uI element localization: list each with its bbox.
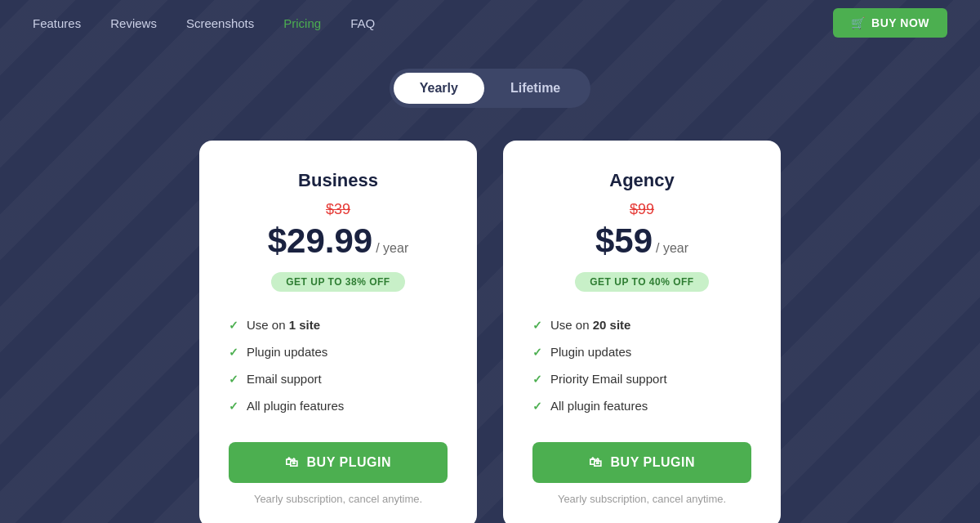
check-icon: ✓	[229, 319, 238, 332]
check-icon: ✓	[229, 346, 238, 359]
agency-price: $59	[595, 221, 653, 261]
feature-text: Email support	[247, 372, 322, 386]
agency-cancel-note: Yearly subscription, cancel anytime.	[558, 493, 726, 505]
business-cancel-note: Yearly subscription, cancel anytime.	[254, 493, 422, 505]
feature-text: Priority Email support	[550, 372, 667, 386]
business-buy-button[interactable]: 🛍 BUY PLUGIN	[229, 442, 448, 483]
business-price-row: $29.99 / year	[268, 221, 408, 261]
list-item: ✓ Priority Email support	[532, 365, 751, 392]
billing-toggle-section: Yearly Lifetime	[0, 69, 980, 108]
agency-original-price: $99	[630, 201, 654, 218]
check-icon: ✓	[532, 400, 542, 413]
business-period: / year	[376, 241, 408, 256]
list-item: ✓ All plugin features	[229, 392, 448, 419]
business-card-title: Business	[298, 170, 378, 191]
list-item: ✓ Use on 1 site	[229, 311, 448, 338]
agency-buy-button[interactable]: 🛍 BUY PLUGIN	[532, 442, 751, 483]
feature-text: Plugin updates	[550, 345, 631, 359]
business-price: $29.99	[268, 221, 372, 261]
bag-icon: 🛍	[285, 455, 299, 470]
business-original-price: $39	[326, 201, 350, 218]
check-icon: ✓	[532, 373, 542, 386]
pricing-cards: Business $39 $29.99 / year GET UP TO 38%…	[0, 141, 980, 523]
nav-features[interactable]: Features	[33, 16, 81, 30]
agency-card: Agency $99 $59 / year GET UP TO 40% OFF …	[503, 141, 781, 523]
business-features: ✓ Use on 1 site ✓ Plugin updates ✓ Email…	[229, 311, 448, 419]
agency-card-title: Agency	[609, 170, 674, 191]
feature-text: Use on 1 site	[247, 318, 320, 332]
agency-price-row: $59 / year	[595, 221, 688, 261]
list-item: ✓ Use on 20 site	[532, 311, 751, 338]
feature-text: All plugin features	[247, 399, 344, 413]
list-item: ✓ Plugin updates	[229, 338, 448, 365]
check-icon: ✓	[532, 346, 542, 359]
feature-text: Plugin updates	[247, 345, 327, 359]
nav-links: Features Reviews Screenshots Pricing FAQ	[33, 16, 833, 30]
cart-icon: 🛒	[851, 16, 866, 29]
nav-faq[interactable]: FAQ	[350, 16, 375, 30]
buy-label: BUY PLUGIN	[611, 455, 695, 470]
agency-period: / year	[656, 241, 688, 256]
bag-icon: 🛍	[589, 455, 603, 470]
toggle-wrapper: Yearly Lifetime	[390, 69, 591, 108]
check-icon: ✓	[532, 319, 542, 332]
business-discount-badge: GET UP TO 38% OFF	[271, 272, 404, 292]
buy-now-button[interactable]: 🛒 BUY NOW	[833, 8, 947, 38]
toggle-yearly[interactable]: Yearly	[394, 73, 484, 104]
feature-bold: 1 site	[289, 318, 320, 332]
business-card: Business $39 $29.99 / year GET UP TO 38%…	[199, 141, 477, 523]
nav-reviews[interactable]: Reviews	[110, 16, 157, 30]
list-item: ✓ Email support	[229, 365, 448, 392]
agency-discount-badge: GET UP TO 40% OFF	[575, 272, 708, 292]
toggle-lifetime[interactable]: Lifetime	[484, 73, 586, 104]
check-icon: ✓	[229, 400, 238, 413]
nav-screenshots[interactable]: Screenshots	[186, 16, 254, 30]
list-item: ✓ All plugin features	[532, 392, 751, 419]
list-item: ✓ Plugin updates	[532, 338, 751, 365]
check-icon: ✓	[229, 373, 238, 386]
feature-text: All plugin features	[550, 399, 648, 413]
buy-now-label: BUY NOW	[871, 16, 929, 29]
navigation: Features Reviews Screenshots Pricing FAQ…	[0, 0, 980, 46]
buy-label: BUY PLUGIN	[307, 455, 391, 470]
feature-bold: 20 site	[593, 318, 631, 332]
agency-features: ✓ Use on 20 site ✓ Plugin updates ✓ Prio…	[532, 311, 751, 419]
nav-pricing[interactable]: Pricing	[283, 16, 321, 30]
feature-text: Use on 20 site	[550, 318, 630, 332]
